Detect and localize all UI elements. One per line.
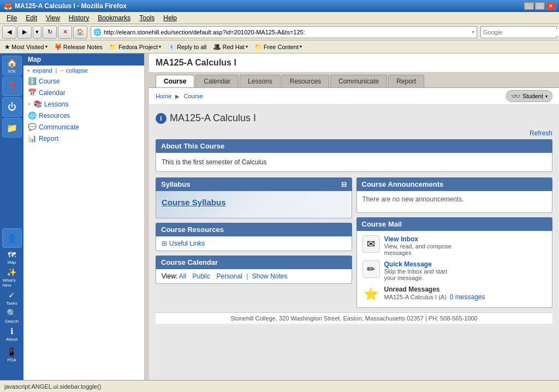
tasks-toolbar-button[interactable]: ✓ Tasks: [2, 289, 22, 307]
close-button[interactable]: ✕: [546, 2, 556, 10]
useful-links-item[interactable]: ⊞ Useful Links: [162, 240, 346, 247]
map-icon: 🗺: [8, 250, 16, 259]
view-inbox-link[interactable]: View Inbox: [384, 235, 418, 243]
inbox-desc1: View, read, and compose: [384, 243, 451, 250]
bookmark-reply-all[interactable]: 📧 Reply to all: [165, 42, 209, 52]
map-label: Map: [8, 260, 16, 265]
nav-item-calendar[interactable]: 📅 Calendar: [23, 87, 144, 98]
menu-tools[interactable]: Tools: [135, 13, 159, 23]
nav-item-course[interactable]: ℹ️ Course: [23, 75, 144, 87]
calendar-show-notes-link[interactable]: Show Notes: [252, 272, 288, 280]
menu-view[interactable]: View: [41, 13, 64, 23]
announcements-header: Course Announcements: [356, 177, 553, 191]
refresh-link[interactable]: Refresh: [530, 129, 552, 137]
inbox-desc: View, read, and compose messages: [384, 243, 451, 256]
window-controls[interactable]: _ □ ✕: [524, 2, 556, 10]
nav-item-lessons[interactable]: + 📚 Lessons: [23, 98, 144, 110]
back-button[interactable]: ◀: [2, 26, 16, 39]
sidebar-home-button[interactable]: 🏠 SOE: [2, 56, 22, 75]
syllabus-body: Course Syllabus: [156, 191, 352, 218]
nav-calendar-label: Calendar: [39, 89, 66, 97]
menu-file[interactable]: File: [2, 13, 21, 23]
sidebar-user-button[interactable]: 👤: [2, 228, 22, 248]
tab-lessons[interactable]: Lessons: [240, 75, 281, 87]
whats-new-label: What's New: [3, 278, 21, 288]
announcements-section: Course Announcements There are no new an…: [356, 177, 553, 213]
about-toolbar-button[interactable]: ℹ About: [2, 325, 22, 343]
bookmark-release-notes[interactable]: 🦊 Release Notes: [52, 42, 105, 52]
history-dropdown-button[interactable]: ▾: [33, 26, 41, 39]
pda-button[interactable]: 📱 PDA: [2, 346, 22, 364]
bookmark-fedora[interactable]: 📁 Fedora Project ▾: [107, 42, 163, 52]
map-toolbar-button[interactable]: 🗺 Map: [2, 249, 22, 266]
tasks-icon: ✓: [8, 290, 15, 300]
whats-new-toolbar-button[interactable]: ✨ What's New: [2, 266, 22, 289]
bookmark-redhat[interactable]: 🎩 Red Hat ▾: [211, 42, 249, 52]
search-bar[interactable]: 🔍: [480, 26, 557, 38]
search-input[interactable]: [481, 29, 559, 35]
folder-icon: 📁: [7, 123, 17, 133]
release-notes-icon: 🦊: [54, 43, 62, 51]
tab-resources[interactable]: Resources: [282, 75, 329, 87]
maximize-button[interactable]: □: [535, 2, 545, 10]
mail-header: Course Mail: [356, 217, 553, 231]
calendar-public-link[interactable]: Public: [193, 272, 211, 280]
search-toolbar-button[interactable]: 🔍 Search: [2, 307, 22, 325]
bookmark-most-visited[interactable]: ★ Most Visited ▾: [2, 42, 50, 52]
course-syllabus-link[interactable]: Course Syllabus: [162, 198, 226, 207]
menu-help[interactable]: Help: [159, 13, 181, 23]
bookmark-free-content-label: Free Content: [264, 44, 299, 50]
student-selector[interactable]: 👓 Student ▾: [506, 90, 552, 102]
calendar-all-link[interactable]: All: [179, 272, 186, 280]
tab-communicate[interactable]: Communicate: [330, 75, 387, 87]
calendar-personal-link[interactable]: Personal: [217, 272, 242, 280]
menu-bookmarks[interactable]: Bookmarks: [93, 13, 135, 23]
reload-button[interactable]: ↻: [43, 26, 57, 39]
tab-calendar[interactable]: Calendar: [195, 75, 239, 87]
sidebar-power-button[interactable]: ⏻: [2, 97, 22, 117]
minimize-button[interactable]: _: [524, 2, 534, 10]
collapse-link[interactable]: collapse: [66, 67, 88, 74]
tab-report[interactable]: Report: [388, 75, 424, 87]
resources-nav-icon: 🌐: [28, 111, 37, 120]
syllabus-minimize-icon[interactable]: ⊟: [341, 181, 347, 188]
address-input[interactable]: [104, 29, 471, 35]
home-button[interactable]: 🏠: [73, 26, 87, 39]
unread-count-link[interactable]: 0 messages: [450, 293, 485, 301]
mail-section: Course Mail ✉ View Inbox View,: [356, 217, 553, 308]
stop-button[interactable]: ✕: [58, 26, 72, 39]
nav-item-resources[interactable]: 🌐 Resources: [23, 110, 144, 121]
bookmark-release-notes-label: Release Notes: [63, 44, 103, 50]
tasks-label: Tasks: [6, 301, 17, 306]
tab-course[interactable]: Course: [156, 75, 194, 87]
help-icon: ❓: [7, 81, 17, 92]
sidebar-help-button[interactable]: ❓: [2, 76, 22, 96]
bookmark-free-content[interactable]: 📁 Free Content ▾: [252, 42, 304, 52]
course-info-header: i MA125-A Calculus I: [156, 109, 552, 127]
right-column: Course Announcements There are no new an…: [356, 177, 553, 308]
sidebar-soe-label: SOE: [8, 69, 16, 73]
breadcrumb-course[interactable]: Course: [183, 93, 203, 99]
quick-message-link[interactable]: Quick Message: [384, 260, 432, 268]
bookmarks-bar: ★ Most Visited ▾ 🦊 Release Notes 📁 Fedor…: [0, 40, 559, 54]
quick-message-content: Quick Message Skip the Inbox and start y…: [384, 260, 448, 281]
nav-tree: Map + expand | − collapse ℹ️ Course 📅 Ca…: [23, 54, 145, 380]
unread-course-label: MA125-A Calculus I (A): [384, 294, 447, 300]
quick-message-icon: ✏: [362, 260, 380, 278]
syllabus-header: Syllabus ⊟: [156, 177, 352, 191]
unread-icon: ⭐: [362, 286, 380, 303]
breadcrumb-home[interactable]: Home: [156, 93, 171, 99]
info-icon: i: [156, 113, 166, 124]
expand-link[interactable]: expand: [32, 67, 52, 74]
breadcrumb-links: Home ▶ Course: [156, 93, 203, 99]
address-bar[interactable]: 🌐 ▾: [91, 26, 477, 38]
menu-history[interactable]: History: [64, 13, 93, 23]
menu-edit[interactable]: Edit: [21, 13, 41, 23]
nav-item-report[interactable]: 📊 Report: [23, 133, 144, 144]
about-header: About This Course: [156, 139, 552, 153]
forward-button[interactable]: ▶: [17, 26, 32, 39]
nav-expand-row: + expand | − collapse: [23, 66, 144, 75]
sidebar-folder-button[interactable]: 📁: [2, 118, 22, 138]
resize-handle[interactable]: ⋮: [145, 54, 149, 380]
nav-item-communicate[interactable]: 💬 Communicate: [23, 121, 144, 133]
